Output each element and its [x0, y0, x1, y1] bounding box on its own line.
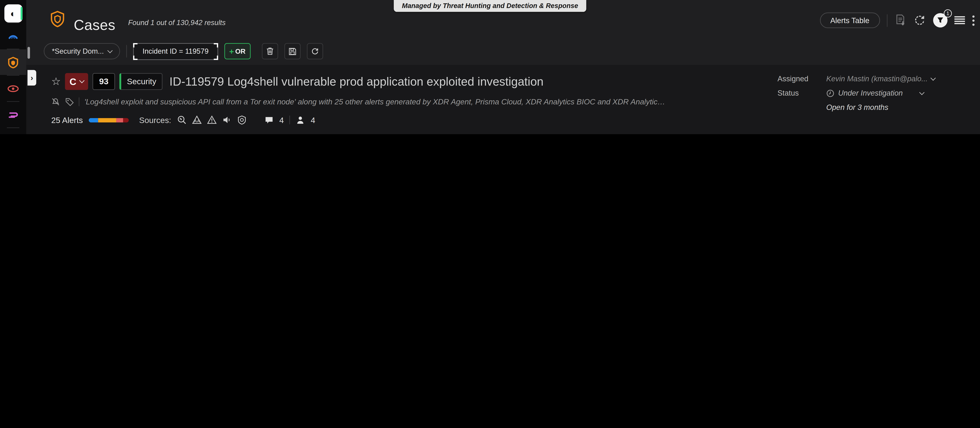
alerts-table-button[interactable]: Alerts Table: [820, 13, 880, 28]
query-token-text: Incident ID = 119579: [143, 48, 208, 55]
incident-description: 'Log4shell exploit and suspicious API ca…: [84, 97, 666, 106]
bar-segment-low: [89, 118, 98, 122]
cortex-logo-icon[interactable]: ◐: [4, 4, 22, 22]
alerts-count-label: 25 Alerts: [51, 115, 83, 125]
divider: [887, 14, 888, 27]
sidebar-item-threat-intel[interactable]: [0, 76, 26, 101]
assigned-label: Assigned: [778, 74, 826, 83]
expand-panel-button[interactable]: ›: [27, 70, 36, 86]
alert-source-icon: [207, 115, 217, 125]
divider: [126, 45, 127, 58]
managed-banner: Managed by Threat Hunting and Detection …: [394, 0, 586, 12]
chevron-down-icon: [107, 48, 113, 53]
incident-domain-badge: Security: [119, 73, 162, 90]
sidebar-item-data-sources[interactable]: [0, 102, 26, 127]
chevron-down-icon: [920, 90, 925, 95]
cases-shield-icon: [7, 56, 19, 68]
export-report-icon[interactable]: [894, 14, 906, 27]
refresh-sync-icon[interactable]: [913, 14, 926, 27]
divider: [290, 116, 290, 124]
dashboard-arc-icon: [7, 30, 19, 42]
menu-lines-icon[interactable]: [955, 16, 965, 25]
data-icon: [7, 108, 19, 121]
eye-icon: [7, 82, 19, 95]
bar-segment-critical: [123, 118, 129, 122]
reset-icon: [311, 47, 318, 55]
plus-icon: +: [229, 47, 234, 56]
severity-letter: C: [70, 76, 76, 87]
field-selector[interactable]: *Security Dom...: [44, 43, 120, 59]
filter-button[interactable]: 1: [933, 13, 947, 27]
star-icon[interactable]: ☆: [51, 76, 61, 87]
status-label: Status: [778, 89, 826, 98]
open-duration: Open for 3 months: [826, 103, 965, 112]
bioc-source-icon: AA: [192, 115, 202, 125]
users-icon[interactable]: [296, 115, 305, 125]
sidebar-scrollbar-thumb[interactable]: [27, 47, 30, 59]
status-text: Under Investigation: [838, 89, 903, 98]
tag-icon[interactable]: [65, 97, 74, 106]
save-filter-button[interactable]: [284, 43, 301, 59]
incident-title: ID-119579 Log4shell vulnerable prod appl…: [169, 75, 544, 88]
field-selector-label: *Security Dom...: [52, 48, 104, 55]
bracket-corner: [214, 43, 218, 47]
sidebar-item-dashboard[interactable]: [0, 23, 26, 49]
kebab-menu-icon[interactable]: [972, 15, 975, 26]
reset-filter-button[interactable]: [307, 43, 323, 59]
audio-source-icon: [222, 115, 232, 125]
filter-count-badge: 1: [944, 10, 952, 17]
assignee-name: Kevin Mastin (kmastin@palo...: [826, 74, 928, 83]
save-icon: [289, 47, 296, 55]
chevron-down-icon: [931, 75, 936, 80]
divider: [79, 97, 80, 106]
cases-page: ◐: [0, 0, 980, 134]
or-label: OR: [235, 48, 246, 55]
alerts-severity-bar: [89, 118, 129, 122]
results-count: Found 1 out of 130,942 results: [128, 19, 226, 26]
notification-muted-icon[interactable]: [51, 97, 60, 106]
users-count: 4: [311, 115, 315, 125]
chevron-down-icon: [79, 78, 84, 83]
delete-filter-button[interactable]: [262, 43, 278, 59]
add-or-condition-button[interactable]: + OR: [224, 43, 250, 59]
sources-label: Sources:: [139, 115, 171, 125]
sidebar-item-cases[interactable]: [0, 49, 26, 75]
funnel-icon: [937, 17, 944, 24]
svg-text:AA: AA: [194, 119, 199, 123]
query-token[interactable]: Incident ID = 119579: [133, 43, 218, 60]
severity-badge[interactable]: C: [65, 73, 88, 90]
bar-segment-high: [116, 118, 123, 122]
incident-header: › ☆ C 93 Security ID-119579 Log4shell vu…: [26, 65, 980, 135]
cases-page-shield-icon: [50, 11, 65, 27]
bracket-corner: [133, 55, 137, 60]
filter-bar: *Security Dom... Incident ID = 119579 + …: [26, 37, 980, 65]
shield-source-icon: [237, 115, 247, 125]
bracket-corner: [214, 55, 218, 60]
bracket-corner: [133, 43, 137, 47]
incident-score: 93: [92, 73, 115, 90]
comments-count: 4: [279, 115, 284, 125]
analytics-source-icon: [177, 115, 187, 125]
sidebar-item-assets[interactable]: [0, 128, 26, 134]
app-sidebar: ◐: [0, 0, 26, 134]
bar-segment-medium: [98, 118, 116, 122]
trash-icon: [266, 47, 274, 55]
status-value[interactable]: Under Investigation: [826, 89, 924, 98]
page-title: Cases: [74, 17, 115, 34]
assigned-value[interactable]: Kevin Mastin (kmastin@palo...: [826, 74, 935, 83]
comments-icon[interactable]: [264, 115, 274, 125]
clock-status-icon: [826, 89, 834, 97]
